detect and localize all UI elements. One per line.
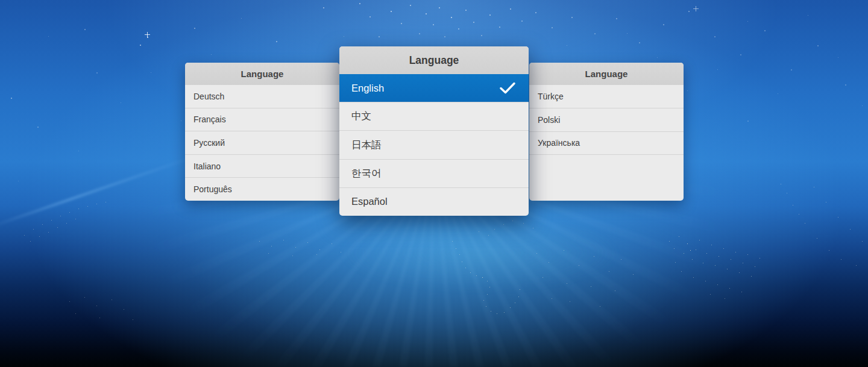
language-panel-right: Language Türkçe Polski Українська — [529, 63, 684, 201]
language-option-polski[interactable]: Polski — [529, 108, 684, 131]
language-panel-left: Language Deutsch Français Русский Italia… — [185, 63, 339, 201]
stars-layer-small — [0, 0, 1, 1]
city-lights-lower-left — [57, 292, 58, 293]
language-option-english[interactable]: English — [339, 74, 529, 102]
language-option-russian[interactable]: Русский — [185, 131, 339, 154]
language-list: Türkçe Polski Українська — [529, 85, 684, 201]
city-lights-right — [772, 169, 772, 169]
language-option-deutsch[interactable]: Deutsch — [185, 85, 339, 108]
city-lights-midwest — [530, 241, 531, 242]
language-option-turkce[interactable]: Türkçe — [529, 85, 684, 108]
panel-empty-area — [529, 154, 684, 201]
language-option-italiano[interactable]: Italiano — [185, 154, 339, 178]
check-icon — [500, 82, 515, 94]
city-lights-east — [657, 223, 658, 224]
panel-header: Language — [185, 63, 339, 85]
panel-title: Language — [241, 69, 284, 79]
panel-title: Language — [409, 54, 459, 67]
sparkle-icon — [693, 8, 699, 9]
glow-haze — [338, 214, 621, 292]
panel-title: Language — [585, 69, 628, 79]
language-option-francais[interactable]: Français — [185, 108, 339, 131]
language-option-ukrainian[interactable]: Українська — [529, 131, 684, 155]
panel-header: Language — [339, 46, 529, 74]
language-option-espanol[interactable]: Español — [339, 187, 529, 216]
language-list: English 中文 日本語 한국어 Español — [339, 74, 529, 216]
city-lights-center-left — [253, 235, 254, 236]
city-lights-coast — [452, 217, 453, 218]
city-lights-left — [24, 199, 25, 199]
language-option-chinese[interactable]: 中文 — [339, 102, 529, 130]
earth-rim-light — [0, 155, 196, 230]
background-wallpaper: Language Deutsch Français Русский Italia… — [0, 0, 868, 367]
language-option-portugues[interactable]: Português — [185, 177, 339, 201]
language-option-korean[interactable]: 한국어 — [339, 159, 529, 187]
language-panel-center: Language English 中文 日本語 한국어 Español — [339, 46, 529, 216]
panel-header: Language — [529, 63, 684, 85]
language-option-japanese[interactable]: 日本語 — [339, 130, 529, 158]
sparkle-icon — [145, 34, 150, 35]
language-list: Deutsch Français Русский Italiano Portug… — [185, 85, 339, 201]
